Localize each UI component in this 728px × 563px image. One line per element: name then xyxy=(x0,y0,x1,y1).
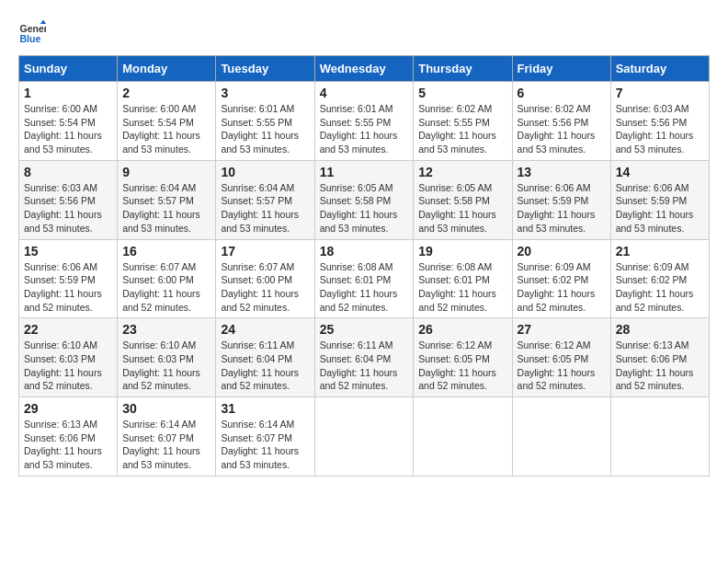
day-number: 29 xyxy=(24,401,112,416)
calendar-cell: 9 Sunrise: 6:04 AM Sunset: 5:57 PM Dayli… xyxy=(118,160,216,239)
sunrise-label: Sunrise: xyxy=(418,261,456,272)
day-info: Sunrise: 6:05 AM Sunset: 5:58 PM Dayligh… xyxy=(418,181,506,236)
daylight-label: Daylight: 11 hours and 53 minutes. xyxy=(122,130,200,155)
sunset-label: Sunset: xyxy=(320,117,356,128)
daylight-label: Daylight: 11 hours and 52 minutes. xyxy=(518,288,596,313)
sunrise-label: Sunrise: xyxy=(418,182,456,193)
sunrise-label: Sunrise: xyxy=(616,261,654,272)
sunset-label: Sunset: xyxy=(320,195,356,206)
sunrise-value: 6:10 AM xyxy=(161,339,197,350)
sunrise-value: 6:06 AM xyxy=(654,182,689,193)
calendar-header-tuesday: Tuesday xyxy=(216,56,314,82)
day-number: 9 xyxy=(122,165,210,179)
daylight-label: Daylight: 11 hours and 52 minutes. xyxy=(518,367,596,392)
sunrise-label: Sunrise: xyxy=(24,103,62,114)
sunrise-label: Sunrise: xyxy=(24,261,62,272)
day-info: Sunrise: 6:12 AM Sunset: 6:05 PM Dayligh… xyxy=(418,339,506,393)
calendar-cell xyxy=(610,397,709,477)
calendar-week-row: 29 Sunrise: 6:13 AM Sunset: 6:06 PM Dayl… xyxy=(19,397,710,477)
sunset-value: 6:07 PM xyxy=(158,432,194,443)
daylight-label: Daylight: 11 hours and 53 minutes. xyxy=(518,209,596,234)
sunset-value: 6:01 PM xyxy=(355,274,391,285)
sunrise-label: Sunrise: xyxy=(122,182,160,193)
calendar-cell: 16 Sunrise: 6:07 AM Sunset: 6:00 PM Dayl… xyxy=(118,239,216,318)
sunset-label: Sunset: xyxy=(418,353,454,364)
sunset-label: Sunset: xyxy=(122,353,158,364)
sunset-label: Sunset: xyxy=(320,353,356,364)
sunset-value: 6:07 PM xyxy=(256,432,292,443)
sunset-value: 5:57 PM xyxy=(158,195,194,206)
sunrise-label: Sunrise: xyxy=(518,261,555,272)
sunset-label: Sunset: xyxy=(518,353,553,364)
daylight-label: Daylight: 11 hours and 53 minutes. xyxy=(221,209,299,234)
sunrise-value: 6:13 AM xyxy=(654,339,689,350)
day-info: Sunrise: 6:14 AM Sunset: 6:07 PM Dayligh… xyxy=(221,418,309,472)
day-info: Sunrise: 6:12 AM Sunset: 6:05 PM Dayligh… xyxy=(518,339,606,393)
day-number: 4 xyxy=(320,86,409,100)
daylight-label: Daylight: 11 hours and 53 minutes. xyxy=(418,130,496,155)
sunrise-label: Sunrise: xyxy=(24,182,62,193)
calendar-cell xyxy=(414,397,512,477)
day-info: Sunrise: 6:13 AM Sunset: 6:06 PM Dayligh… xyxy=(24,418,112,472)
sunrise-value: 6:03 AM xyxy=(654,103,689,114)
day-info: Sunrise: 6:02 AM Sunset: 5:56 PM Dayligh… xyxy=(518,102,606,156)
sunset-value: 6:03 PM xyxy=(60,353,96,364)
sunrise-value: 6:14 AM xyxy=(161,419,197,430)
day-number: 25 xyxy=(320,322,409,337)
sunset-value: 5:55 PM xyxy=(454,117,490,128)
calendar-cell: 20 Sunrise: 6:09 AM Sunset: 6:02 PM Dayl… xyxy=(512,239,610,318)
sunset-value: 5:55 PM xyxy=(355,117,391,128)
sunrise-value: 6:08 AM xyxy=(457,261,493,272)
day-number: 26 xyxy=(418,322,506,337)
day-info: Sunrise: 6:04 AM Sunset: 5:57 PM Dayligh… xyxy=(122,181,210,236)
sunrise-label: Sunrise: xyxy=(24,339,62,350)
day-info: Sunrise: 6:00 AM Sunset: 5:54 PM Dayligh… xyxy=(24,102,112,156)
calendar-cell: 10 Sunrise: 6:04 AM Sunset: 5:57 PM Dayl… xyxy=(216,160,314,239)
daylight-label: Daylight: 11 hours and 53 minutes. xyxy=(122,209,200,234)
calendar-header-saturday: Saturday xyxy=(610,56,709,82)
sunset-label: Sunset: xyxy=(24,432,60,443)
day-info: Sunrise: 6:05 AM Sunset: 5:58 PM Dayligh… xyxy=(320,181,409,236)
sunrise-label: Sunrise: xyxy=(221,103,258,114)
sunset-label: Sunset: xyxy=(24,117,60,128)
sunset-label: Sunset: xyxy=(418,274,454,285)
sunset-label: Sunset: xyxy=(616,195,652,206)
sunset-label: Sunset: xyxy=(616,274,652,285)
daylight-label: Daylight: 11 hours and 53 minutes. xyxy=(616,130,694,155)
sunrise-label: Sunrise: xyxy=(122,261,160,272)
sunrise-label: Sunrise: xyxy=(320,339,358,350)
daylight-label: Daylight: 11 hours and 53 minutes. xyxy=(24,130,102,155)
sunset-label: Sunset: xyxy=(616,117,652,128)
day-number: 24 xyxy=(221,322,309,337)
sunset-value: 6:04 PM xyxy=(256,353,292,364)
day-number: 5 xyxy=(418,86,506,100)
day-info: Sunrise: 6:13 AM Sunset: 6:06 PM Dayligh… xyxy=(616,339,704,393)
day-number: 19 xyxy=(418,244,506,259)
sunrise-value: 6:05 AM xyxy=(457,182,493,193)
sunrise-label: Sunrise: xyxy=(616,182,654,193)
daylight-label: Daylight: 11 hours and 53 minutes. xyxy=(320,130,398,155)
sunrise-value: 6:00 AM xyxy=(62,103,97,114)
sunset-label: Sunset: xyxy=(418,117,454,128)
sunset-value: 6:00 PM xyxy=(256,274,292,285)
sunset-value: 6:06 PM xyxy=(60,432,96,443)
sunrise-value: 6:08 AM xyxy=(358,261,393,272)
day-number: 30 xyxy=(122,401,210,416)
calendar-cell: 18 Sunrise: 6:08 AM Sunset: 6:01 PM Dayl… xyxy=(314,239,414,318)
day-number: 31 xyxy=(221,401,309,416)
sunrise-value: 6:05 AM xyxy=(358,182,393,193)
day-info: Sunrise: 6:10 AM Sunset: 6:03 PM Dayligh… xyxy=(24,339,112,393)
calendar-table: SundayMondayTuesdayWednesdayThursdayFrid… xyxy=(18,55,710,477)
sunset-value: 5:59 PM xyxy=(552,195,588,206)
sunrise-value: 6:07 AM xyxy=(161,261,197,272)
sunset-label: Sunset: xyxy=(122,117,158,128)
day-number: 10 xyxy=(221,165,309,179)
day-info: Sunrise: 6:11 AM Sunset: 6:04 PM Dayligh… xyxy=(320,339,409,393)
sunrise-value: 6:10 AM xyxy=(62,339,97,350)
sunset-value: 6:06 PM xyxy=(651,353,687,364)
day-info: Sunrise: 6:06 AM Sunset: 5:59 PM Dayligh… xyxy=(24,260,112,315)
day-info: Sunrise: 6:00 AM Sunset: 5:54 PM Dayligh… xyxy=(122,102,210,156)
sunrise-label: Sunrise: xyxy=(122,103,160,114)
day-info: Sunrise: 6:06 AM Sunset: 5:59 PM Dayligh… xyxy=(616,181,704,236)
sunset-value: 6:02 PM xyxy=(651,274,687,285)
